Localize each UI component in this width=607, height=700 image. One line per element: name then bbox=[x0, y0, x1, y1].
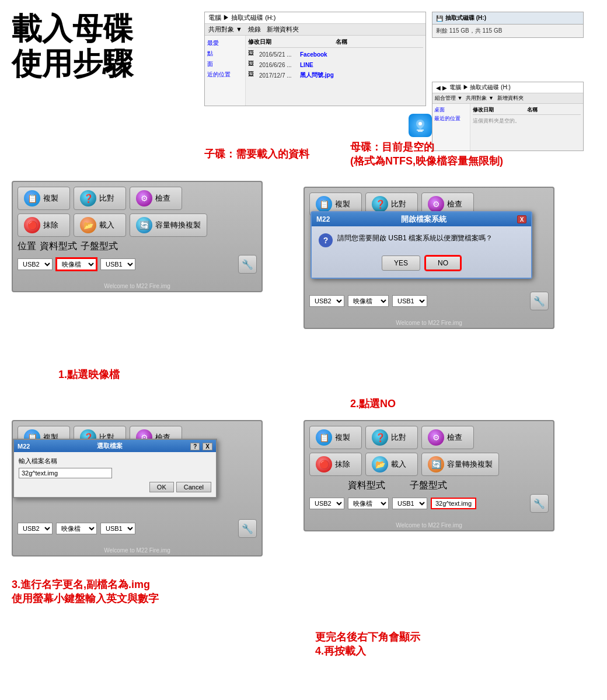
file-row-1[interactable]: 🖼 2016/6/26 ... LINE bbox=[248, 60, 423, 70]
btn-erase-4[interactable]: 🔴 抹除 bbox=[309, 453, 362, 476]
btn-no[interactable]: NO bbox=[425, 256, 461, 271]
explorer-toolbar-child[interactable]: 共用對象 ▼ 燒錄 新增資料夾 bbox=[205, 24, 425, 36]
file-row-0[interactable]: 🖼 2016/5/21 ... Facebook bbox=[248, 49, 423, 60]
step3-label: 3.進行名字更名,副檔名為.img 使用螢幕小鍵盤輸入英文與數字 bbox=[12, 578, 159, 606]
file-header-mother: 修改日期 名稱 bbox=[473, 106, 581, 115]
panel4-filename-display: 32g^text.img bbox=[431, 498, 476, 509]
btn-capacity-1[interactable]: 🔄 容量轉換複製 bbox=[130, 214, 207, 237]
toolbar-burn[interactable]: 燒錄 bbox=[248, 25, 261, 34]
panel4-source-select[interactable]: USB2 bbox=[309, 498, 344, 509]
nav-desktop[interactable]: 桌面 bbox=[434, 106, 468, 114]
btn-check-1[interactable]: ⚙ 檢查 bbox=[130, 187, 182, 210]
toolbar-share-m[interactable]: 共用對象 ▼ bbox=[466, 94, 493, 102]
toolbar-newfolder-m[interactable]: 新增資料夾 bbox=[497, 94, 524, 102]
panel4-area: 📋 複製 ❓ 比對 ⚙ 檢查 🔴 抹除 📂 載入 🔄 容 bbox=[304, 420, 554, 531]
btn-load-4[interactable]: 📂 載入 bbox=[365, 453, 418, 476]
header-date: 修改日期 bbox=[248, 38, 336, 46]
file-dialog-body: 輸入檔案名稱 OK Cancel bbox=[14, 452, 216, 497]
file-dialog-close-btn[interactable]: X bbox=[203, 443, 212, 450]
toolbar-share[interactable]: 共用對象 ▼ bbox=[208, 25, 242, 34]
panel4-data-type-label: 資料型式 bbox=[348, 480, 385, 492]
panel1-source-select[interactable]: USB2 bbox=[18, 258, 53, 270]
panel1-footer2: USB2 映像檔 USB1 🔧 bbox=[18, 255, 257, 274]
title-line2: 使用步驟 bbox=[12, 47, 133, 80]
addr-text-mother: 電腦 ▶ 抽取式磁碟 (H:) bbox=[449, 83, 511, 92]
toolbar-newfolder[interactable]: 新增資料夾 bbox=[267, 25, 299, 34]
file-name-0: Facebook bbox=[300, 51, 347, 58]
btn-copy-label-2: 複製 bbox=[335, 199, 350, 209]
explorer-toolbar-mother[interactable]: 組合管理 ▼ 共用對象 ▼ 新增資料夾 bbox=[432, 93, 583, 104]
wrench-btn-2[interactable]: 🔧 bbox=[530, 292, 549, 310]
panel1-child-type-label: 子盤型式 bbox=[81, 240, 118, 253]
title-line1: 載入母碟 bbox=[12, 12, 133, 46]
panel3-datatype-select[interactable]: 映像檔 bbox=[56, 523, 97, 534]
page-title: 載入母碟 使用步驟 bbox=[12, 12, 133, 82]
file-dialog-control-btns: ? X bbox=[189, 443, 212, 450]
btn-copy-4[interactable]: 📋 複製 bbox=[309, 426, 362, 449]
file-dialog-title: 選取檔案 bbox=[30, 442, 189, 450]
btn-compare-4[interactable]: ❓ 比對 bbox=[365, 426, 418, 449]
btn-check-4[interactable]: ⚙ 檢查 bbox=[421, 426, 474, 449]
btn-erase-1[interactable]: 🔴 抹除 bbox=[18, 214, 70, 237]
nav-face[interactable]: 面 bbox=[207, 59, 243, 69]
btn-copy-1[interactable]: 📋 複製 bbox=[18, 187, 70, 210]
capacity-icon-4: 🔄 bbox=[428, 456, 444, 473]
panel3-childtype-select[interactable]: USB1 bbox=[100, 523, 135, 534]
panel4-footer-labels: 資料型式 子盤型式 bbox=[309, 480, 549, 492]
panel2-childtype-select[interactable]: USB1 bbox=[392, 295, 427, 307]
panel2-datatype-select[interactable]: 映像檔 bbox=[348, 295, 389, 307]
file-name-2: 黑人問號.jpg bbox=[300, 71, 347, 79]
panel2-source-select[interactable]: USB2 bbox=[309, 295, 344, 307]
nav-favorites[interactable]: 最愛 bbox=[207, 38, 243, 48]
file-row-2[interactable]: 🖼 2017/12/7 ... 黑人問號.jpg bbox=[248, 70, 423, 80]
file-list-header: 修改日期 名稱 bbox=[248, 38, 423, 48]
usb-icon: 💾 bbox=[436, 15, 443, 22]
wrench-btn-1[interactable]: 🔧 bbox=[238, 255, 257, 274]
panel2-watermark: Welcome to M22 Fire.img bbox=[396, 320, 462, 326]
file-dialog-help-btn[interactable]: ? bbox=[190, 443, 200, 450]
panel2-area: 📋 複製 ❓ 比對 ⚙ 檢查 M22 開啟檔案系統 X ? 請問您需要 bbox=[304, 187, 554, 329]
nav-recent[interactable]: 近的位置 bbox=[207, 69, 243, 80]
usb-size-info: 剩餘 115 GB，共 115 GB bbox=[432, 24, 583, 37]
btn-capacity-label-1: 容量轉換複製 bbox=[155, 220, 201, 230]
file-dialog-cancel-btn[interactable]: Cancel bbox=[176, 482, 211, 492]
file-dialog-label: 輸入檔案名稱 bbox=[19, 457, 211, 466]
step1-text: 1.點選映像檔 bbox=[58, 369, 120, 380]
panel4-footer2: USB2 映像檔 USB1 32g^text.img 🔧 bbox=[309, 494, 549, 513]
btn-compare-1[interactable]: ❓ 比對 bbox=[74, 187, 126, 210]
btn-load-label-1: 載入 bbox=[99, 220, 114, 230]
wrench-btn-3[interactable]: 🔧 bbox=[238, 519, 257, 538]
panel4-datatype-select[interactable]: 映像檔 bbox=[348, 498, 389, 509]
addr-bar-mother: ◀ ▶ 電腦 ▶ 抽取式磁碟 (H:) bbox=[432, 82, 583, 93]
copy-icon-4: 📋 bbox=[316, 429, 332, 446]
step4-label: 更完名後右下角會顯示 4.再按載入 bbox=[315, 630, 420, 658]
nav-back[interactable]: ◀ ▶ bbox=[436, 85, 447, 91]
btn-compare-label-4: 比對 bbox=[391, 432, 406, 443]
panel1-childtype-select[interactable]: USB1 bbox=[100, 258, 135, 270]
file-date-1: 2016/6/26 ... bbox=[259, 62, 300, 68]
btn-erase-label-4: 抹除 bbox=[335, 459, 350, 470]
file-dialog-ok-btn[interactable]: OK bbox=[149, 482, 174, 492]
nav-dot[interactable]: 點 bbox=[207, 48, 243, 59]
file-date-2: 2017/12/7 ... bbox=[259, 72, 300, 79]
nav-recent-m[interactable]: 最近的位置 bbox=[434, 114, 468, 123]
panel-3: 📋 複製 ❓ 比對 ⚙ 檢查 M22 選取檔案 ? X bbox=[12, 420, 263, 556]
btn-yes[interactable]: YES bbox=[382, 256, 420, 271]
step2-label: 2.點選NO bbox=[350, 397, 396, 411]
panel4-childtype-select[interactable]: USB1 bbox=[392, 498, 427, 509]
toolbar-organize[interactable]: 組合管理 ▼ bbox=[435, 94, 462, 102]
btn-load-1[interactable]: 📂 載入 bbox=[74, 214, 126, 237]
panel3-source-select[interactable]: USB2 bbox=[18, 523, 53, 534]
check-icon-2: ⚙ bbox=[428, 196, 444, 212]
wrench-btn-4[interactable]: 🔧 bbox=[530, 494, 549, 513]
addr-text: 電腦 ▶ 抽取式磁碟 (H:) bbox=[208, 13, 276, 22]
btn-capacity-4[interactable]: 🔄 容量轉換複製 bbox=[421, 453, 499, 476]
step4-line1: 更完名後右下角會顯示 bbox=[315, 630, 420, 644]
file-dialog-input[interactable] bbox=[19, 468, 112, 478]
dialog-app-label: M22 bbox=[316, 215, 330, 223]
dialog-close-btn[interactable]: X bbox=[517, 215, 526, 223]
compare-icon-2: ❓ bbox=[372, 196, 388, 212]
step3-line2: 使用螢幕小鍵盤輸入英文與數字 bbox=[12, 592, 159, 606]
btn-check-label-4: 檢查 bbox=[447, 432, 462, 443]
panel1-datatype-select[interactable]: 映像檔 bbox=[56, 258, 97, 271]
